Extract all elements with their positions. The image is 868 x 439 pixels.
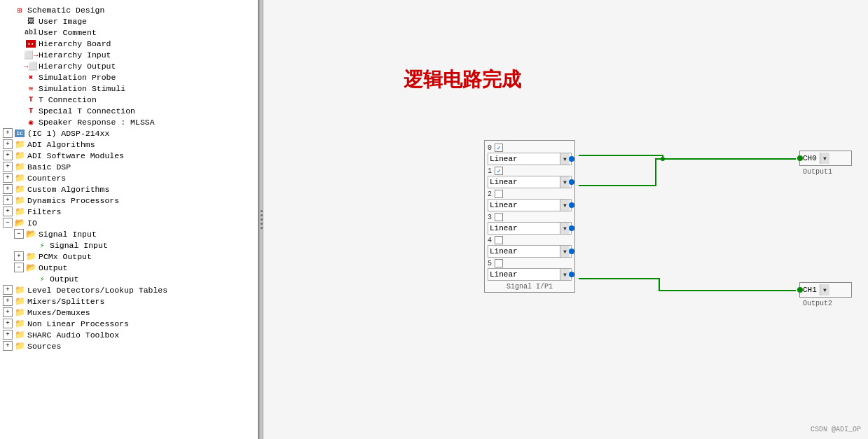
sidebar-item-signal-input-group[interactable]: −📂Signal Input <box>3 228 255 239</box>
signal-select-arrow-4[interactable]: ▼ <box>560 246 570 257</box>
icon-folder: 📁 <box>25 251 36 261</box>
output2-label: Output2 <box>803 300 832 307</box>
tree-expand-filters[interactable]: + <box>3 207 13 216</box>
ch1-label: CH1 <box>803 286 817 294</box>
sidebar-item-adsp[interactable]: +IC(IC 1) ADSP-214xx <box>3 127 255 139</box>
signal-select-2[interactable]: Linear▼ <box>488 199 572 211</box>
signal-select-1[interactable]: Linear▼ <box>488 176 572 188</box>
tree-expand-counters[interactable]: + <box>3 173 13 183</box>
sidebar-item-user-image[interactable]: 🖼User Image <box>3 15 255 27</box>
sidebar-item-sharc-audio[interactable]: +📁SHARC Audio Toolbox <box>3 329 255 340</box>
signal-checkbox-3[interactable] <box>495 213 503 221</box>
tree-expand-dynamics-processors[interactable]: + <box>3 195 13 205</box>
sidebar-item-level-detectors[interactable]: +📁Level Detectors/Lookup Tables <box>3 284 255 295</box>
sidebar-item-custom-algorithms[interactable]: +📁Custom Algorithms <box>3 183 255 195</box>
watermark: CSDN @ADI_OP <box>811 426 861 433</box>
ch0-arrow[interactable]: ▼ <box>820 153 829 164</box>
output-ch0[interactable]: CH0 ▼ <box>799 151 852 166</box>
tree-expand-pcmx-output[interactable]: + <box>14 251 24 261</box>
tree-expand-sources[interactable]: + <box>3 341 13 351</box>
sidebar-item-signal-input-item[interactable]: ⚡Signal Input <box>3 239 255 251</box>
sidebar-item-simulation-stimuli[interactable]: ≋Simulation Stimuli <box>3 83 255 94</box>
signal-checkbox-1[interactable]: ✓ <box>495 167 503 175</box>
icon-folder-open: 📂 <box>25 263 36 272</box>
tree-expand-output-group[interactable]: − <box>14 263 24 272</box>
sidebar-item-non-linear[interactable]: +📁Non Linear Processors <box>3 318 255 329</box>
signal-select-4[interactable]: Linear▼ <box>488 245 572 258</box>
signal-select-5[interactable]: Linear▼ <box>488 268 572 281</box>
icon-folder: 📁 <box>14 307 25 317</box>
signal-checkbox-0[interactable]: ✓ <box>495 144 503 152</box>
sidebar-item-muxes-demuxes[interactable]: +📁Muxes/Demuxes <box>3 307 255 318</box>
splitter-handle <box>261 210 263 229</box>
sidebar-item-hierarchy-board[interactable]: ▪▪Hierarchy Board <box>3 38 255 49</box>
sidebar-item-sources[interactable]: +📁Sources <box>3 340 255 351</box>
signal-select-arrow-3[interactable]: ▼ <box>560 223 570 234</box>
signal-select-3[interactable]: Linear▼ <box>488 222 572 235</box>
icon-sim-probe: ✖ <box>25 72 36 82</box>
icon-folder: 📁 <box>14 319 25 328</box>
icon-folder: 📁 <box>14 162 25 172</box>
tree-expand-non-linear[interactable]: + <box>3 319 13 328</box>
ch1-arrow[interactable]: ▼ <box>820 284 829 295</box>
sidebar-item-user-comment[interactable]: ablUser Comment <box>3 27 255 38</box>
sidebar: ⊞Schematic Design🖼User ImageablUser Comm… <box>0 0 259 439</box>
sidebar-item-adi-software[interactable]: +📁ADI Software Modules <box>3 150 255 161</box>
sidebar-item-mixers-splitters[interactable]: +📁Mixers/Splitters <box>3 295 255 307</box>
sidebar-item-counters[interactable]: +📁Counters <box>3 172 255 183</box>
sidebar-item-output-group[interactable]: −📂Output <box>3 262 255 273</box>
sidebar-item-t-connection[interactable]: TT Connection <box>3 94 255 105</box>
icon-folder: 📁 <box>14 184 25 194</box>
sidebar-item-adi-algorithms[interactable]: +📁ADI Algorithms <box>3 139 255 150</box>
canvas-title: 逻辑电路完成 <box>404 67 521 93</box>
sidebar-label-speaker-response: Speaker Response : MLSSA <box>39 118 155 127</box>
tree-expand-adi-algorithms[interactable]: + <box>3 139 13 149</box>
sidebar-item-hierarchy-output[interactable]: →⬜Hierarchy Output <box>3 60 255 71</box>
sidebar-item-special-t[interactable]: TSpecial T Connection <box>3 105 255 116</box>
signal-row-1: 1✓Linear▼ <box>488 167 572 188</box>
signal-select-arrow-0[interactable]: ▼ <box>560 153 570 165</box>
sidebar-item-dynamics-processors[interactable]: +📁Dynamics Processors <box>3 195 255 206</box>
signal-checkbox-2[interactable] <box>495 190 503 198</box>
signal-row-5: 5Linear▼ <box>488 259 572 281</box>
splitter-dot <box>261 214 263 216</box>
signal-checkbox-4[interactable] <box>495 236 503 244</box>
sidebar-item-basic-dsp[interactable]: +📁Basic DSP <box>3 161 255 172</box>
sidebar-item-pcmx-output[interactable]: +📁PCMx Output <box>3 251 255 262</box>
icon-folder: 📁 <box>14 207 25 216</box>
sidebar-item-schematic-design[interactable]: ⊞Schematic Design <box>3 4 255 15</box>
tree-expand-muxes-demuxes[interactable]: + <box>3 307 13 317</box>
sidebar-item-io[interactable]: −📂IO <box>3 217 255 228</box>
signal-number-5: 5 <box>488 259 572 267</box>
sidebar-label-non-linear: Non Linear Processors <box>27 319 129 328</box>
signal-select-arrow-5[interactable]: ▼ <box>560 269 570 280</box>
signal-select-text-0: Linear <box>490 155 560 163</box>
tree-expand-io[interactable]: − <box>3 218 13 228</box>
icon-speaker: ◉ <box>25 117 36 127</box>
tree-expand-basic-dsp[interactable]: + <box>3 162 13 172</box>
tree-expand-custom-algorithms[interactable]: + <box>3 184 13 194</box>
tree-expand-level-detectors[interactable]: + <box>3 285 13 295</box>
sidebar-item-hierarchy-input[interactable]: ⬜→Hierarchy Input <box>3 49 255 60</box>
tree-expand-adi-software[interactable]: + <box>3 151 13 160</box>
signal-number-0: 0✓ <box>488 144 572 152</box>
signal-select-0[interactable]: Linear▼ <box>488 153 572 165</box>
signal-select-arrow-1[interactable]: ▼ <box>560 176 570 188</box>
sidebar-item-speaker-response[interactable]: ◉Speaker Response : MLSSA <box>3 116 255 127</box>
icon-board: ▪▪ <box>25 39 36 48</box>
signal-checkbox-5[interactable] <box>495 259 503 267</box>
sidebar-item-filters[interactable]: +📁Filters <box>3 206 255 217</box>
sidebar-item-output-item[interactable]: ⚡Output <box>3 273 255 284</box>
tree-expand-sharc-audio[interactable]: + <box>3 330 13 340</box>
tree-expand-mixers-splitters[interactable]: + <box>3 296 13 306</box>
signal-select-arrow-2[interactable]: ▼ <box>560 200 570 211</box>
output-ch1[interactable]: CH1 ▼ <box>799 282 852 298</box>
sidebar-item-simulation-probe[interactable]: ✖Simulation Probe <box>3 71 255 83</box>
sidebar-label-custom-algorithms: Custom Algorithms <box>27 185 109 194</box>
sidebar-label-hierarchy-output: Hierarchy Output <box>39 62 116 71</box>
sidebar-label-adi-software: ADI Software Modules <box>27 151 124 160</box>
svg-point-0 <box>661 157 665 161</box>
signal-row-4: 4Linear▼ <box>488 236 572 258</box>
tree-expand-adsp[interactable]: + <box>3 128 13 138</box>
tree-expand-signal-input-group[interactable]: − <box>14 229 24 239</box>
